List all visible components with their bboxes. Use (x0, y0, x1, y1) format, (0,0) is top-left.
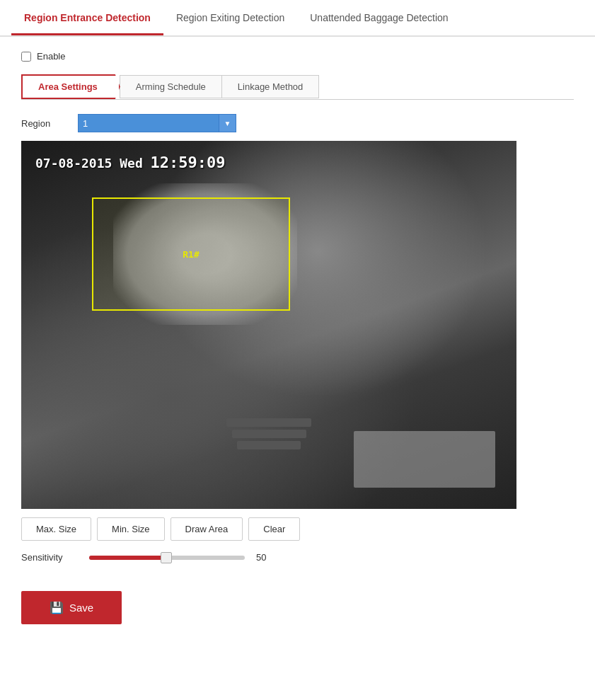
tab-region-entrance[interactable]: Region Entrance Detection (11, 2, 163, 35)
stairs (226, 418, 311, 452)
detection-box: R1# (92, 197, 290, 311)
action-buttons-row: Max. Size Min. Size Draw Area Clear (21, 517, 574, 541)
draw-area-button[interactable]: Draw Area (171, 517, 243, 541)
slider-track (89, 556, 245, 560)
tab-unattended-baggage[interactable]: Unattended Baggage Detection (297, 2, 461, 35)
camera-feed: 07-08-2015 Wed 12:59:09 R1# (21, 141, 516, 509)
top-tab-bar: Region Entrance Detection Region Exiting… (0, 0, 595, 37)
region-dropdown-btn[interactable]: ▼ (219, 114, 236, 132)
gray-overlay (354, 431, 495, 488)
save-label: Save (69, 602, 93, 614)
save-button[interactable]: 💾 Save (21, 591, 122, 624)
sub-tab-bar: Area Settings Arming Schedule Linkage Me… (21, 74, 574, 100)
stair-3 (237, 441, 301, 449)
region-label: Region (21, 118, 78, 129)
max-size-button[interactable]: Max. Size (21, 517, 91, 541)
slider-container (89, 556, 245, 560)
region-select-wrapper: 1 2 3 4 ▼ (78, 114, 236, 132)
stair-2 (232, 430, 306, 438)
slider-thumb[interactable] (161, 552, 172, 563)
slider-fill (89, 556, 167, 560)
region-select[interactable]: 1 2 3 4 (78, 114, 219, 132)
enable-label: Enable (37, 51, 65, 62)
tab-arming-schedule[interactable]: Arming Schedule (120, 75, 222, 98)
sensitivity-value: 50 (256, 552, 277, 563)
region-row: Region 1 2 3 4 ▼ (21, 114, 574, 132)
detection-label: R1# (183, 249, 199, 260)
sensitivity-row: Sensitivity 50 (21, 552, 574, 563)
camera-timestamp: 07-08-2015 Wed 12:59:09 (35, 154, 226, 171)
tab-linkage-method[interactable]: Linkage Method (221, 75, 320, 98)
enable-checkbox[interactable] (21, 52, 31, 62)
clear-button[interactable]: Clear (248, 517, 300, 541)
min-size-button[interactable]: Min. Size (97, 517, 164, 541)
sensitivity-label: Sensitivity (21, 552, 78, 563)
tab-area-settings[interactable]: Area Settings (21, 74, 120, 99)
save-icon: 💾 (50, 601, 64, 614)
stair-1 (226, 418, 311, 427)
tab-region-exiting[interactable]: Region Exiting Detection (163, 2, 297, 35)
enable-row: Enable (21, 51, 574, 62)
main-content: Enable Area Settings Arming Schedule Lin… (0, 37, 595, 638)
